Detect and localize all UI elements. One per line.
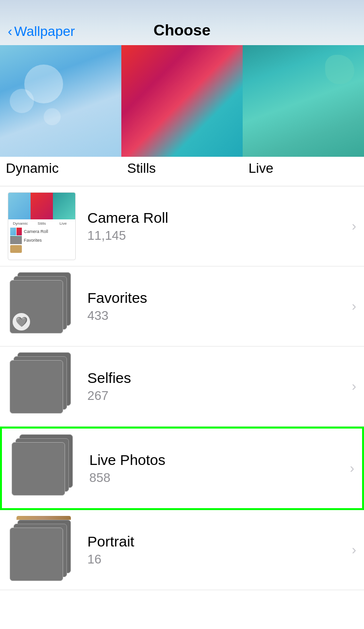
album-info-portrait: Portrait 16 <box>87 533 348 567</box>
cr-red <box>31 193 53 219</box>
chevron-right-icon-camera-roll: › <box>352 218 356 234</box>
portrait-thumb-wrap <box>8 516 76 584</box>
bokeh-circle <box>44 108 61 125</box>
live-photos-thumb-wrap <box>10 434 78 502</box>
chevron-right-icon-live-photos: › <box>350 461 354 476</box>
cr-blue <box>8 193 31 219</box>
live-thumb <box>243 45 364 157</box>
selfies-thumb-stack <box>8 352 71 415</box>
dynamic-thumbnail <box>0 45 121 157</box>
album-info-selfies: Selfies 267 <box>87 370 348 403</box>
favorites-heart-icon: 🩶 <box>13 313 30 331</box>
stills-thumb <box>121 45 243 157</box>
album-name-selfies: Selfies <box>87 370 348 386</box>
album-info-camera-roll: Camera Roll 11,145 <box>87 210 348 243</box>
live-label: Live <box>243 157 279 178</box>
album-row-portrait[interactable]: Portrait 16 › <box>0 510 364 590</box>
cr-teal <box>53 193 75 219</box>
album-name-portrait: Portrait <box>87 533 348 550</box>
chevron-right-icon-portrait: › <box>352 542 356 558</box>
dynamic-label: Dynamic <box>0 157 65 178</box>
category-live[interactable]: Live <box>243 45 364 178</box>
category-grid: Dynamic Stills Live <box>0 45 364 186</box>
album-count-portrait: 16 <box>87 552 348 567</box>
album-name-live-photos: Live Photos <box>89 452 346 468</box>
camera-roll-thumb: Dynamic Stills Live Camera Roll <box>8 192 76 260</box>
cr-bottom: Dynamic Stills Live Camera Roll <box>8 219 75 255</box>
favorites-thumb-stack: 🩶 <box>8 272 71 335</box>
page-title: Choose <box>153 21 210 39</box>
portrait-stack-layer-1 <box>10 528 63 581</box>
live-photos-thumb-stack <box>10 434 73 497</box>
chevron-right-icon-selfies: › <box>352 379 356 394</box>
chevron-right-icon-favorites: › <box>352 298 356 314</box>
stills-thumbnail <box>121 45 243 157</box>
album-row-camera-roll[interactable]: Dynamic Stills Live Camera Roll <box>0 186 364 266</box>
album-row-favorites[interactable]: 🩶 Favorites 433 › <box>0 266 364 347</box>
album-info-live-photos: Live Photos 858 <box>89 452 346 485</box>
album-name-favorites: Favorites <box>87 290 348 306</box>
live-thumbnail <box>243 45 364 157</box>
dynamic-thumb <box>0 45 121 157</box>
album-count-selfies: 267 <box>87 388 348 403</box>
album-info-favorites: Favorites 433 <box>87 290 348 323</box>
album-count-favorites: 433 <box>87 308 348 323</box>
portrait-thumb-stack <box>8 516 71 579</box>
category-dynamic[interactable]: Dynamic <box>0 45 121 178</box>
selfies-thumb-wrap <box>8 352 76 420</box>
portrait-brown-strip <box>17 516 71 520</box>
back-button[interactable]: ‹ Wallpaper <box>8 24 75 39</box>
live-stack-layer-1 <box>12 442 65 496</box>
chevron-left-icon: ‹ <box>8 25 12 38</box>
album-row-selfies[interactable]: Selfies 267 › <box>0 347 364 427</box>
stills-label: Stills <box>121 157 162 178</box>
album-count-camera-roll: 11,145 <box>87 228 348 243</box>
nav-bar: ‹ Wallpaper Choose <box>0 0 364 45</box>
album-name-camera-roll: Camera Roll <box>87 210 348 226</box>
selfies-stack-layer-1 <box>10 360 63 414</box>
category-stills[interactable]: Stills <box>121 45 243 178</box>
favorites-thumb-wrap: 🩶 <box>8 272 76 340</box>
album-row-live-photos[interactable]: Live Photos 858 › <box>0 427 364 510</box>
album-count-live-photos: 858 <box>89 470 346 485</box>
back-label: Wallpaper <box>14 24 75 39</box>
album-list: Dynamic Stills Live Camera Roll <box>0 186 364 590</box>
